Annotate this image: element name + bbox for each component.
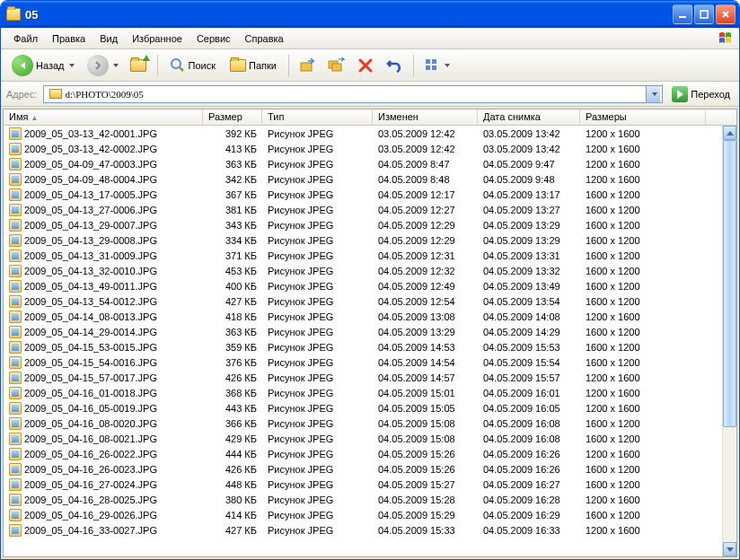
file-shot-date: 04.05.2009 16:33 <box>478 524 580 537</box>
svg-line-3 <box>180 67 183 71</box>
file-modified: 04.05.2009 15:27 <box>373 478 478 491</box>
move-to-button[interactable] <box>295 53 321 78</box>
file-row[interactable]: 2009_05_04-16_05-0019.JPG443 КБРисунок J… <box>4 400 736 416</box>
menu-edit[interactable]: Правка <box>45 31 92 47</box>
menu-help[interactable]: Справка <box>238 31 291 47</box>
svg-rect-9 <box>426 66 430 70</box>
column-type[interactable]: Тип <box>262 109 373 125</box>
copy-to-button[interactable] <box>324 53 349 78</box>
file-row[interactable]: 2009_05_03-13_42-0002.JPG413 КБРисунок J… <box>4 141 736 156</box>
file-type: Рисунок JPEG <box>262 173 373 186</box>
file-type: Рисунок JPEG <box>262 478 373 491</box>
file-row[interactable]: 2009_05_04-16_26-0023.JPG426 КБРисунок J… <box>4 461 736 477</box>
file-dimensions: 1600 x 1200 <box>580 234 706 247</box>
file-shot-date: 04.05.2009 13:49 <box>478 280 580 293</box>
file-shot-date: 04.05.2009 16:08 <box>478 417 580 430</box>
views-button[interactable] <box>420 53 454 78</box>
svg-rect-8 <box>432 59 436 64</box>
file-row[interactable]: 2009_05_03-13_42-0001.JPG392 КБРисунок J… <box>4 126 736 141</box>
file-size: 380 КБ <box>203 494 262 506</box>
file-row[interactable]: 2009_05_04-13_17-0005.JPG367 КБРисунок J… <box>4 187 736 202</box>
file-row[interactable]: 2009_05_04-15_53-0015.JPG359 КБРисунок J… <box>4 339 736 354</box>
file-row[interactable]: 2009_05_04-09_48-0004.JPG342 КБРисунок J… <box>4 171 736 187</box>
forward-button[interactable] <box>84 53 122 78</box>
file-row[interactable]: 2009_05_04-13_31-0009.JPG371 КБРисунок J… <box>4 248 736 263</box>
address-input-wrapper[interactable] <box>43 85 664 103</box>
menu-view[interactable]: Вид <box>92 31 125 47</box>
file-dimensions: 1200 x 1600 <box>580 173 706 186</box>
file-row[interactable]: 2009_05_04-16_08-0021.JPG429 КБРисунок J… <box>4 431 736 446</box>
vertical-scrollbar[interactable] <box>722 126 736 556</box>
column-name[interactable]: Имя ▲ <box>4 109 203 125</box>
menu-file[interactable]: Файл <box>6 31 45 47</box>
file-row[interactable]: 2009_05_04-14_29-0014.JPG363 КБРисунок J… <box>4 324 736 339</box>
file-name: 2009_05_03-13_42-0001.JPG <box>24 128 157 139</box>
file-row[interactable]: 2009_05_04-14_08-0013.JPG418 КБРисунок J… <box>4 309 736 324</box>
file-row[interactable]: 2009_05_04-09_47-0003.JPG363 КБРисунок J… <box>4 156 736 171</box>
file-size: 400 КБ <box>203 280 262 293</box>
file-row[interactable]: 2009_05_04-13_29-0007.JPG343 КБРисунок J… <box>4 217 736 232</box>
scroll-thumb[interactable] <box>723 140 736 427</box>
file-type: Рисунок JPEG <box>262 356 373 369</box>
file-row[interactable]: 2009_05_04-15_54-0016.JPG376 КБРисунок J… <box>4 354 736 370</box>
file-type: Рисунок JPEG <box>262 509 373 521</box>
file-row[interactable]: 2009_05_04-16_33-0027.JPG427 КБРисунок J… <box>4 522 736 538</box>
file-modified: 04.05.2009 12:29 <box>373 219 478 232</box>
jpeg-file-icon <box>9 265 22 277</box>
column-modified[interactable]: Изменен <box>373 109 478 125</box>
back-button[interactable]: Назад <box>6 53 80 78</box>
scroll-up-button[interactable] <box>723 126 736 140</box>
file-name: 2009_05_04-15_57-0017.JPG <box>24 372 157 383</box>
move-to-icon <box>299 57 317 74</box>
file-row[interactable]: 2009_05_04-16_08-0020.JPG366 КБРисунок J… <box>4 416 736 431</box>
file-type: Рисунок JPEG <box>262 158 373 171</box>
file-name: 2009_05_04-16_29-0026.JPG <box>24 510 157 521</box>
go-button[interactable]: Переход <box>668 84 734 104</box>
menu-tools[interactable]: Сервис <box>189 31 238 47</box>
file-modified: 04.05.2009 15:08 <box>373 433 478 445</box>
file-shot-date: 04.05.2009 14:08 <box>478 311 580 323</box>
file-row[interactable]: 2009_05_04-16_28-0025.JPG380 КБРисунок J… <box>4 492 736 507</box>
file-row[interactable]: 2009_05_04-13_27-0006.JPG381 КБРисунок J… <box>4 202 736 217</box>
file-modified: 04.05.2009 12:49 <box>373 280 478 293</box>
scroll-down-button[interactable] <box>723 542 736 556</box>
file-row[interactable]: 2009_05_04-16_01-0018.JPG368 КБРисунок J… <box>4 385 736 400</box>
column-shot-date[interactable]: Дата снимка <box>478 109 580 125</box>
file-size: 363 КБ <box>203 326 262 338</box>
menu-favorites[interactable]: Избранное <box>125 31 189 47</box>
minimize-button[interactable] <box>673 4 692 24</box>
column-size[interactable]: Размер <box>203 109 262 125</box>
file-name: 2009_05_04-16_26-0022.JPG <box>24 449 157 459</box>
back-icon <box>12 55 33 76</box>
menubar: Файл Правка Вид Избранное Сервис Справка <box>1 28 739 49</box>
file-name: 2009_05_04-14_29-0014.JPG <box>24 327 157 337</box>
windows-flag-icon[interactable] <box>718 30 736 48</box>
up-button[interactable] <box>126 53 151 78</box>
file-row[interactable]: 2009_05_04-16_26-0022.JPG444 КБРисунок J… <box>4 446 736 461</box>
file-type: Рисунок JPEG <box>262 265 373 277</box>
file-dimensions: 1600 x 1200 <box>580 219 706 232</box>
search-button[interactable]: Поиск <box>164 53 221 78</box>
file-row[interactable]: 2009_05_04-13_29-0008.JPG334 КБРисунок J… <box>4 232 736 248</box>
titlebar[interactable]: 05 <box>1 1 739 28</box>
file-row[interactable]: 2009_05_04-13_49-0011.JPG400 КБРисунок J… <box>4 278 736 293</box>
file-row[interactable]: 2009_05_04-16_27-0024.JPG448 КБРисунок J… <box>4 477 736 492</box>
jpeg-file-icon <box>9 448 22 460</box>
folders-button[interactable]: Папки <box>225 53 282 78</box>
file-row[interactable]: 2009_05_04-15_57-0017.JPG426 КБРисунок J… <box>4 370 736 385</box>
delete-button[interactable] <box>353 53 378 78</box>
file-row[interactable]: 2009_05_04-16_29-0026.JPG414 КБРисунок J… <box>4 507 736 522</box>
file-row[interactable]: 2009_05_04-13_32-0010.JPG453 КБРисунок J… <box>4 263 736 278</box>
file-shot-date: 04.05.2009 15:57 <box>478 372 580 384</box>
chevron-down-icon <box>445 64 450 67</box>
address-dropdown[interactable] <box>646 86 660 102</box>
undo-button[interactable] <box>382 53 407 78</box>
forward-icon <box>87 55 109 76</box>
column-dimensions[interactable]: Размеры <box>580 109 706 125</box>
close-button[interactable] <box>716 4 736 24</box>
maximize-button[interactable] <box>694 4 714 24</box>
file-shot-date: 04.05.2009 13:54 <box>478 295 580 308</box>
address-input[interactable] <box>66 87 647 101</box>
file-dimensions: 1600 x 1200 <box>580 249 706 262</box>
file-row[interactable]: 2009_05_04-13_54-0012.JPG427 КБРисунок J… <box>4 293 736 309</box>
